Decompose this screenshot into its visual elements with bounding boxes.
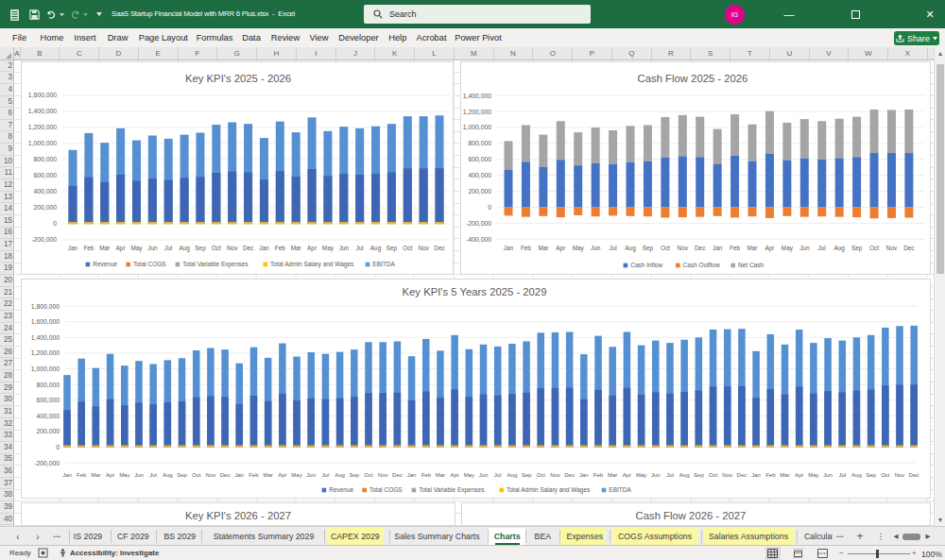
svg-text:Feb: Feb — [593, 472, 604, 478]
svg-text:Dec: Dec — [737, 472, 747, 478]
svg-text:600,000: 600,000 — [36, 397, 60, 403]
svg-text:Dec: Dec — [220, 472, 231, 478]
svg-text:Feb: Feb — [249, 472, 259, 478]
svg-text:Mar: Mar — [780, 472, 789, 478]
svg-text:May: May — [464, 472, 474, 478]
svg-text:Jan: Jan — [579, 472, 589, 478]
svg-text:Jul: Jul — [610, 245, 617, 251]
svg-text:Feb: Feb — [275, 245, 285, 251]
svg-text:Jan: Jan — [751, 472, 761, 478]
svg-text:Total Admin Salary and Wages: Total Admin Salary and Wages — [270, 261, 354, 268]
svg-text:Jan: Jan — [259, 245, 269, 251]
svg-text:Jul: Jul — [356, 245, 364, 251]
svg-text:EBITDA: EBITDA — [609, 486, 631, 493]
svg-text:Sep: Sep — [522, 472, 532, 478]
svg-text:Nov: Nov — [550, 472, 560, 478]
svg-text:Aug: Aug — [163, 472, 173, 478]
svg-text:200,000: 200,000 — [33, 204, 57, 211]
svg-text:Mar: Mar — [291, 245, 302, 251]
svg-text:400,000: 400,000 — [33, 188, 57, 195]
svg-text:May: May — [291, 472, 301, 478]
svg-text:Sep: Sep — [643, 245, 654, 252]
svg-text:Apr: Apr — [795, 472, 803, 478]
svg-text:Nov: Nov — [678, 245, 689, 251]
svg-text:800,000: 800,000 — [468, 140, 491, 146]
svg-text:Jul: Jul — [494, 472, 502, 478]
svg-text:Dec: Dec — [434, 245, 445, 251]
svg-text:0: 0 — [53, 220, 57, 227]
svg-text:Jan: Jan — [407, 472, 417, 478]
svg-text:May: May — [782, 245, 794, 252]
svg-text:Sep: Sep — [349, 472, 359, 478]
svg-text:800,000: 800,000 — [33, 156, 57, 162]
svg-text:Sep: Sep — [177, 472, 187, 478]
svg-text:1,800,000: 1,800,000 — [31, 303, 60, 310]
svg-text:800,000: 800,000 — [36, 382, 60, 388]
svg-text:Jan: Jan — [713, 245, 723, 251]
svg-text:Aug: Aug — [679, 472, 690, 478]
svg-text:Jan: Jan — [68, 245, 78, 251]
svg-text:Oct: Oct — [537, 472, 546, 478]
svg-text:Oct: Oct — [212, 245, 221, 251]
svg-text:Jul: Jul — [666, 472, 674, 478]
svg-text:May: May — [322, 245, 335, 252]
svg-text:Jun: Jun — [479, 472, 489, 478]
svg-text:Oct: Oct — [661, 245, 670, 251]
svg-text:Jun: Jun — [799, 245, 810, 251]
svg-text:Sep: Sep — [866, 472, 876, 478]
svg-text:Apr: Apr — [765, 245, 775, 252]
svg-text:Cash Flow 2025 - 2026: Cash Flow 2025 - 2026 — [638, 73, 748, 84]
svg-text:Oct: Oct — [364, 472, 373, 478]
svg-text:May: May — [130, 245, 143, 252]
svg-text:1,200,000: 1,200,000 — [31, 349, 60, 356]
svg-text:-400,000: -400,000 — [466, 236, 491, 243]
svg-text:Dec: Dec — [695, 245, 706, 251]
svg-text:Apr: Apr — [116, 245, 127, 252]
svg-text:600,000: 600,000 — [33, 172, 57, 178]
svg-text:Jun: Jun — [339, 245, 350, 251]
svg-text:1,000,000: 1,000,000 — [31, 365, 60, 372]
svg-text:Oct: Oct — [403, 245, 412, 251]
svg-text:Jun: Jun — [134, 472, 144, 478]
svg-text:Nov: Nov — [895, 472, 905, 478]
svg-text:Total Variable Expenses: Total Variable Expenses — [182, 261, 249, 268]
svg-text:Feb: Feb — [730, 245, 740, 251]
svg-text:0: 0 — [56, 444, 60, 450]
svg-text:600,000: 600,000 — [468, 156, 491, 162]
svg-text:Dec: Dec — [243, 245, 254, 251]
svg-text:EBITDA: EBITDA — [372, 261, 395, 267]
svg-text:-200,000: -200,000 — [466, 220, 491, 227]
svg-text:Jun: Jun — [591, 245, 601, 251]
svg-text:1,600,000: 1,600,000 — [28, 92, 57, 98]
svg-text:Mar: Mar — [608, 472, 617, 478]
svg-text:Dec: Dec — [392, 472, 403, 478]
svg-text:Sep: Sep — [195, 245, 206, 252]
svg-text:Sep: Sep — [694, 472, 704, 478]
svg-text:1,200,000: 1,200,000 — [28, 124, 57, 130]
svg-text:Key KPI's 5 Years 2025 - 2029: Key KPI's 5 Years 2025 - 2029 — [403, 286, 547, 297]
svg-text:Sep: Sep — [387, 245, 398, 252]
svg-text:Mar: Mar — [264, 472, 273, 478]
svg-text:Total Variable Expenses: Total Variable Expenses — [419, 486, 485, 494]
svg-text:Jul: Jul — [838, 472, 846, 478]
svg-text:Jan: Jan — [504, 245, 514, 251]
svg-text:Nov: Nov — [206, 472, 216, 478]
svg-text:400,000: 400,000 — [36, 413, 60, 419]
svg-text:Feb: Feb — [421, 472, 432, 478]
svg-text:1,400,000: 1,400,000 — [28, 108, 57, 114]
svg-text:Aug: Aug — [507, 472, 518, 478]
svg-text:Aug: Aug — [370, 245, 382, 252]
svg-text:Mar: Mar — [436, 472, 445, 478]
svg-text:Mar: Mar — [91, 472, 100, 478]
svg-text:0: 0 — [488, 204, 491, 211]
svg-text:Oct: Oct — [881, 472, 890, 478]
svg-text:Jul: Jul — [164, 245, 172, 251]
svg-text:1,200,000: 1,200,000 — [463, 109, 491, 115]
svg-text:Oct: Oct — [192, 472, 201, 478]
svg-text:Oct: Oct — [869, 245, 879, 251]
svg-text:Cash Inflow: Cash Inflow — [630, 262, 662, 268]
svg-text:Sep: Sep — [851, 245, 863, 252]
svg-text:Jul: Jul — [149, 472, 157, 478]
svg-text:-200,000: -200,000 — [31, 236, 57, 243]
svg-text:Net Cash: Net Cash — [738, 262, 764, 268]
